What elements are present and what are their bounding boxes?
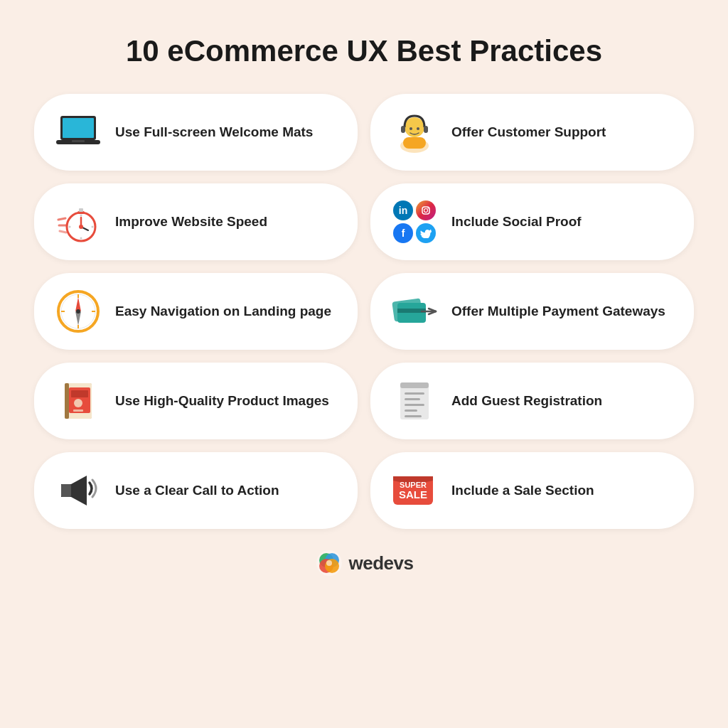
svg-point-67	[325, 559, 339, 573]
svg-point-47	[74, 399, 82, 407]
svg-rect-54	[405, 404, 424, 406]
svg-rect-1	[63, 118, 94, 138]
svg-rect-3	[72, 140, 85, 142]
svg-point-10	[417, 127, 419, 130]
card-text-full-screen-mats: Use Full-screen Welcome Mats	[115, 124, 313, 141]
svg-rect-48	[73, 410, 83, 412]
registration-icon	[389, 375, 440, 427]
card-text-product-images: Use High-Quality Product Images	[115, 392, 329, 410]
svg-point-27	[427, 208, 429, 209]
svg-rect-46	[71, 390, 88, 397]
linkedin-icon: in	[393, 200, 413, 220]
social-icons-icon: in f	[389, 196, 440, 247]
payment-icon	[389, 286, 440, 337]
footer: wedevs	[315, 549, 414, 577]
megaphone-icon	[53, 465, 104, 516]
wedevs-logo: wedevs	[315, 549, 414, 577]
svg-line-11	[58, 218, 65, 220]
svg-rect-49	[65, 383, 69, 419]
wedevs-brand-name: wedevs	[349, 552, 414, 574]
svg-rect-7	[401, 126, 405, 133]
instagram-icon	[416, 200, 436, 220]
svg-point-18	[80, 237, 82, 240]
card-text-easy-navigation: Easy Navigation on Landing page	[115, 303, 331, 321]
svg-rect-55	[405, 410, 417, 412]
svg-point-26	[424, 209, 428, 213]
svg-point-17	[92, 226, 94, 228]
svg-point-19	[69, 226, 71, 228]
card-text-website-speed: Improve Website Speed	[115, 213, 267, 231]
svg-point-9	[410, 127, 412, 130]
svg-line-13	[60, 231, 66, 232]
product-image-icon	[53, 375, 104, 427]
card-easy-navigation: Easy Navigation on Landing page	[34, 273, 358, 350]
svg-rect-58	[61, 484, 71, 497]
laptop-icon	[53, 107, 104, 158]
headset-icon	[389, 107, 440, 158]
svg-point-68	[326, 560, 332, 566]
svg-point-22	[79, 225, 83, 229]
card-guest-registration: Add Guest Registration	[370, 363, 694, 439]
card-full-screen-mats: Use Full-screen Welcome Mats	[34, 94, 358, 171]
compass-icon	[53, 286, 104, 337]
page-title: 10 eCommerce UX Best Practices	[126, 34, 602, 68]
svg-rect-24	[79, 208, 83, 212]
facebook-icon: f	[393, 223, 413, 243]
card-customer-support: Offer Customer Support	[370, 94, 694, 171]
card-social-proof: in f Include Social Proof	[370, 183, 694, 260]
card-call-to-action: Use a Clear Call to Action	[34, 452, 358, 529]
svg-rect-53	[405, 398, 420, 400]
card-text-payment-gateways: Offer Multiple Payment Gateways	[451, 303, 665, 321]
sale-icon: SUPER SALE	[389, 465, 440, 516]
svg-text:SALE: SALE	[399, 488, 427, 500]
cards-grid: Use Full-screen Welcome Mats Offer C	[0, 94, 728, 529]
svg-rect-56	[405, 415, 422, 417]
svg-rect-5	[403, 137, 426, 149]
svg-point-32	[76, 309, 80, 314]
card-product-images: Use High-Quality Product Images	[34, 363, 358, 439]
card-website-speed: Improve Website Speed	[34, 183, 358, 260]
card-text-social-proof: Include Social Proof	[451, 213, 582, 231]
stopwatch-icon	[53, 196, 104, 247]
svg-rect-51	[400, 382, 429, 388]
card-text-guest-registration: Add Guest Registration	[451, 392, 602, 410]
twitter-icon	[416, 223, 436, 243]
card-text-customer-support: Offer Customer Support	[451, 124, 606, 141]
svg-point-16	[80, 215, 82, 217]
svg-rect-52	[405, 392, 424, 395]
card-payment-gateways: Offer Multiple Payment Gateways	[370, 273, 694, 350]
card-text-call-to-action: Use a Clear Call to Action	[115, 482, 279, 500]
svg-rect-8	[424, 126, 428, 133]
card-text-sale-section: Include a Sale Section	[451, 482, 594, 500]
card-sale-section: SUPER SALE Include a Sale Section	[370, 452, 694, 529]
